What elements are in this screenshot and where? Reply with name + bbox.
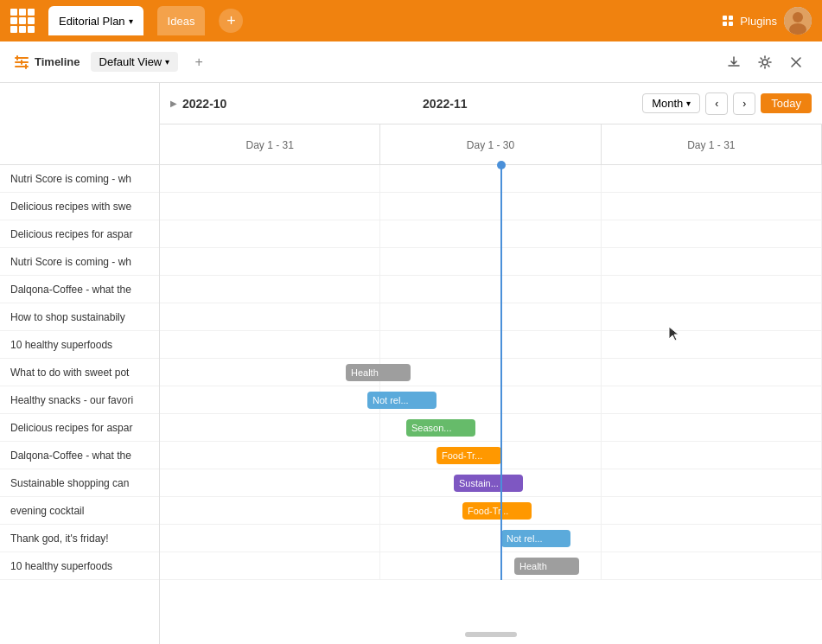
next-button[interactable]: › bbox=[733, 92, 755, 115]
timeline-bar[interactable]: Food-Tr... bbox=[462, 502, 532, 520]
timeline-label: Timeline bbox=[14, 54, 80, 70]
timeline-bar[interactable]: Health bbox=[514, 558, 579, 575]
grid-cell bbox=[160, 276, 380, 303]
plugins-label[interactable]: Plugins bbox=[740, 15, 777, 28]
tab-dropdown-icon: ▾ bbox=[129, 16, 133, 26]
timeline-text: Timeline bbox=[35, 55, 80, 68]
grid-cell bbox=[602, 552, 822, 579]
timeline-bar[interactable]: Sustain... bbox=[454, 475, 523, 492]
grid-cell bbox=[602, 220, 822, 247]
timeline-area: ▶ 2022-10 2022-11 Month ▾ ‹ › bbox=[160, 83, 822, 644]
day-range-oct: Day 1 - 31 bbox=[160, 124, 380, 165]
settings-button[interactable] bbox=[753, 50, 777, 74]
table-row bbox=[160, 276, 822, 303]
grid-cell bbox=[160, 165, 380, 192]
grid-cell bbox=[602, 497, 822, 524]
timeline-bar[interactable]: Not rel... bbox=[501, 530, 570, 547]
grid-cell bbox=[602, 386, 822, 413]
grid-cell bbox=[602, 165, 822, 192]
grid-cell bbox=[160, 414, 380, 441]
day-range-nov: Day 1 - 30 bbox=[380, 124, 601, 165]
row-label-item: Nutri Score is coming - wh bbox=[0, 248, 159, 276]
row-label-item: 10 healthy superfoods bbox=[0, 552, 159, 580]
svg-rect-6 bbox=[16, 55, 18, 61]
row-label-list: Nutri Score is coming - whDelicious reci… bbox=[0, 165, 159, 580]
table-row bbox=[160, 552, 822, 580]
row-label-item: How to shop sustainabily bbox=[0, 303, 159, 331]
grid-cell bbox=[380, 276, 601, 303]
month-labels: ▶ 2022-10 2022-11 bbox=[170, 97, 637, 111]
row-label-item: 10 healthy superfoods bbox=[0, 331, 159, 359]
tab-label: Editorial Plan bbox=[59, 15, 125, 28]
table-row bbox=[160, 359, 822, 386]
grid-cell bbox=[602, 248, 822, 275]
month-2022-10: 2022-10 bbox=[182, 97, 226, 111]
today-button[interactable]: Today bbox=[761, 93, 812, 113]
grid-cell bbox=[380, 303, 601, 330]
table-row bbox=[160, 165, 822, 193]
timeline-bar[interactable]: Season... bbox=[406, 419, 475, 437]
grid-cell bbox=[380, 359, 601, 386]
grid-cell bbox=[380, 220, 601, 247]
add-tab-button[interactable]: + bbox=[219, 9, 243, 33]
grid-cell bbox=[160, 552, 380, 579]
row-labels: Nutri Score is coming - whDelicious reci… bbox=[0, 83, 160, 644]
close-button[interactable] bbox=[784, 50, 808, 74]
row-label-item: Healthy snacks - our favori bbox=[0, 386, 159, 414]
timeline-bar[interactable]: Not rel... bbox=[367, 392, 436, 409]
grid-cell bbox=[160, 497, 380, 524]
grid-cell bbox=[602, 303, 822, 330]
grid-cell bbox=[602, 442, 822, 469]
month-nav-controls: Month ▾ ‹ › Today bbox=[642, 92, 812, 115]
prev-button[interactable]: ‹ bbox=[705, 92, 728, 115]
grid-cell bbox=[602, 525, 822, 552]
grid-icon[interactable] bbox=[10, 9, 35, 33]
tab-ideas[interactable]: Ideas bbox=[157, 6, 206, 35]
row-label-item: Sustainable shopping can bbox=[0, 469, 159, 497]
grid-cell bbox=[160, 248, 380, 275]
svg-point-9 bbox=[762, 60, 768, 65]
download-button[interactable] bbox=[722, 50, 746, 74]
row-label-item: What to do with sweet pot bbox=[0, 359, 159, 386]
tab-label: Ideas bbox=[168, 15, 195, 28]
collapse-icon: ▶ bbox=[170, 99, 177, 108]
grid-cell bbox=[160, 193, 380, 220]
download-icon bbox=[727, 55, 741, 69]
user-avatar[interactable] bbox=[784, 7, 812, 35]
timeline-bar[interactable]: Food-Tr... bbox=[436, 447, 501, 464]
grid-cell bbox=[602, 414, 822, 441]
timeline-header: ▶ 2022-10 2022-11 Month ▾ ‹ › bbox=[160, 83, 822, 165]
grid-cell bbox=[602, 276, 822, 303]
row-label-item: Nutri Score is coming - wh bbox=[0, 165, 159, 193]
grid-cell bbox=[602, 331, 822, 358]
grid-cell bbox=[160, 303, 380, 330]
row-label-item: Dalqona-Coffee - what the bbox=[0, 276, 159, 303]
top-bar-left: Editorial Plan ▾ Ideas + bbox=[10, 6, 243, 35]
row-label-item: evening cocktail bbox=[0, 497, 159, 525]
month-dropdown-button[interactable]: Month ▾ bbox=[642, 93, 700, 113]
timeline-icon bbox=[14, 54, 29, 70]
add-view-button[interactable]: + bbox=[188, 52, 209, 73]
grid-cell bbox=[602, 359, 822, 386]
svg-rect-8 bbox=[25, 64, 27, 69]
grid-cell bbox=[160, 525, 380, 552]
month-2022-11: 2022-11 bbox=[252, 97, 637, 111]
tab-editorial-plan[interactable]: Editorial Plan ▾ bbox=[48, 6, 143, 35]
grid-cell bbox=[160, 469, 380, 496]
top-bar: Editorial Plan ▾ Ideas + Plugins bbox=[0, 0, 822, 41]
table-row bbox=[160, 248, 822, 276]
row-label-item: Delicious recipes with swe bbox=[0, 193, 159, 220]
month-chevron-icon: ▾ bbox=[686, 99, 691, 108]
plugins-grid-icon bbox=[723, 16, 733, 26]
grid-cell bbox=[602, 469, 822, 496]
sub-header: Timeline Default View ▾ + bbox=[0, 41, 822, 83]
view-selector[interactable]: Default View ▾ bbox=[91, 52, 179, 72]
row-label-item: Dalqona-Coffee - what the bbox=[0, 442, 159, 469]
table-row bbox=[160, 386, 822, 414]
table-row bbox=[160, 303, 822, 331]
scrollbar-hint[interactable] bbox=[465, 632, 517, 637]
table-row bbox=[160, 414, 822, 442]
grid-cell bbox=[160, 331, 380, 358]
grid-cell bbox=[160, 220, 380, 247]
timeline-bar[interactable]: Health bbox=[346, 364, 411, 381]
